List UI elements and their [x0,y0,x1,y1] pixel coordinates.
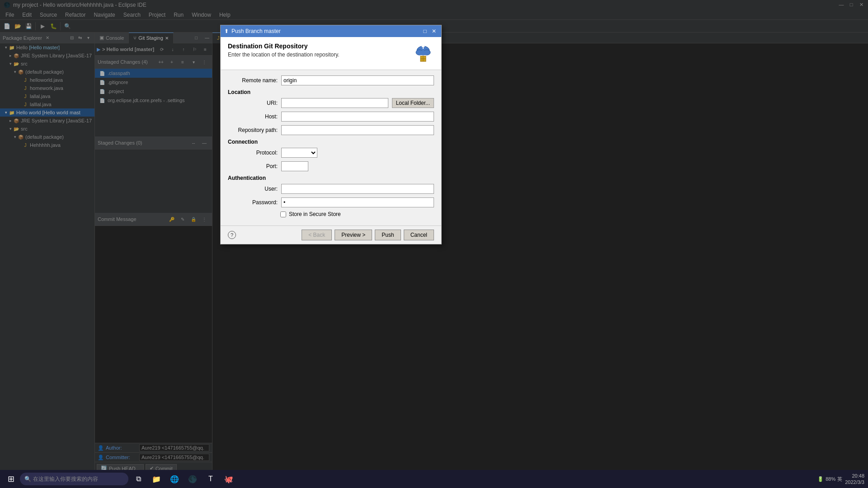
protocol-label: Protocol: [228,150,278,156]
connection-section-title: Connection [228,139,434,145]
dialog-header-text: Destination Git Repository Enter the loc… [228,42,340,58]
preview-button[interactable]: Preview > [335,230,372,240]
local-folder-button[interactable]: Local Folder... [392,98,434,108]
file-explorer-taskbar-btn[interactable]: 📁 [148,471,165,487]
taskbar-search-bar[interactable]: 🔍 在这里输入你要搜索的内容 [20,473,128,485]
edge-taskbar-btn[interactable]: 🌐 [166,471,183,487]
repo-path-label: Repository path: [228,127,278,133]
lang-indicator: 英 [837,476,842,483]
dialog-title-controls: □ ✕ [421,28,438,35]
dialog-maximize-btn[interactable]: □ [421,28,429,35]
push-button[interactable]: Push [375,230,401,240]
dialog-header-icon [412,42,434,64]
location-section-title: Location [228,89,434,95]
taskbar-sys-icons: 🔋 88% 英 [817,476,842,483]
battery-icon: 🔋 [817,476,824,482]
store-secure-label: Store in Secure Store [289,211,341,217]
push-branch-dialog: ⬆ Push Branch master □ ✕ Destination Git… [220,25,442,244]
battery-pct: 88% [826,476,835,482]
dialog-header: Destination Git Repository Enter the loc… [221,37,441,70]
password-input[interactable] [281,197,434,207]
host-input[interactable] [281,112,434,122]
protocol-select[interactable]: https http ssh git [281,148,317,158]
host-label: Host: [228,113,278,120]
push-icon-svg [413,42,433,64]
back-button[interactable]: < Back [302,230,332,240]
host-row: Host: [228,112,434,122]
store-secure-row: Store in Secure Store [228,211,434,217]
auth-section-title: Authentication [228,175,434,181]
github-taskbar-btn[interactable]: 🐙 [221,471,237,487]
remote-name-row: Remote name: [228,75,434,85]
help-button[interactable]: ? [228,231,236,239]
taskbar-time-display: 20:48 2022/3/3 [845,473,864,486]
dialog-close-btn[interactable]: ✕ [430,28,438,35]
uri-row: URI: Local Folder... [228,98,434,108]
password-row: Password: [228,197,434,207]
dialog-body: Remote name: Location URI: Local Folder.… [221,70,441,225]
user-label: User: [228,186,278,192]
repo-path-row: Repository path: [228,125,434,135]
taskbar-date: 2022/3/3 [845,479,864,485]
protocol-row: Protocol: https http ssh git [228,148,434,158]
dialog-main-title: Destination Git Repository [228,42,340,50]
user-input[interactable] [281,184,434,194]
eclipse-taskbar-btn[interactable]: 🌑 [184,471,201,487]
taskbar-search-icon: 🔍 [24,476,31,482]
taskbar-right: 🔋 88% 英 20:48 2022/3/3 [817,473,864,486]
uri-label: URI: [228,100,278,106]
dialog-footer: ? < Back Preview > Push Cancel [221,225,441,244]
dialog-title-label: Push Branch master [231,28,281,34]
cancel-button[interactable]: Cancel [404,230,434,240]
port-label: Port: [228,163,278,169]
remote-name-input[interactable] [281,75,434,85]
taskbar-search-placeholder: 在这里输入你要搜索的内容 [33,475,98,483]
start-button[interactable]: ⊞ [4,472,18,486]
password-label: Password: [228,199,278,206]
port-input[interactable] [281,161,308,171]
typora-taskbar-btn[interactable]: T [203,471,219,487]
svg-marker-5 [421,44,425,47]
uri-input[interactable] [281,98,388,108]
store-secure-checkbox[interactable] [280,211,286,217]
task-view-button[interactable]: ⧉ [130,471,146,487]
user-row: User: [228,184,434,194]
svg-rect-3 [420,51,427,55]
taskbar: ⊞ 🔍 在这里输入你要搜索的内容 ⧉ 📁 🌐 🌑 T 🐙 🔋 88% 英 20:… [0,470,868,488]
port-row: Port: [228,161,434,171]
remote-name-label: Remote name: [228,77,278,84]
dialog-footer-right: < Back Preview > Push Cancel [302,230,434,240]
taskbar-time: 20:48 [845,473,864,479]
repo-path-input[interactable] [281,125,434,135]
dialog-title-bar: ⬆ Push Branch master □ ✕ [221,25,441,37]
dialog-subtitle: Enter the location of the destination re… [228,52,340,58]
push-dialog-icon: ⬆ [224,28,229,34]
